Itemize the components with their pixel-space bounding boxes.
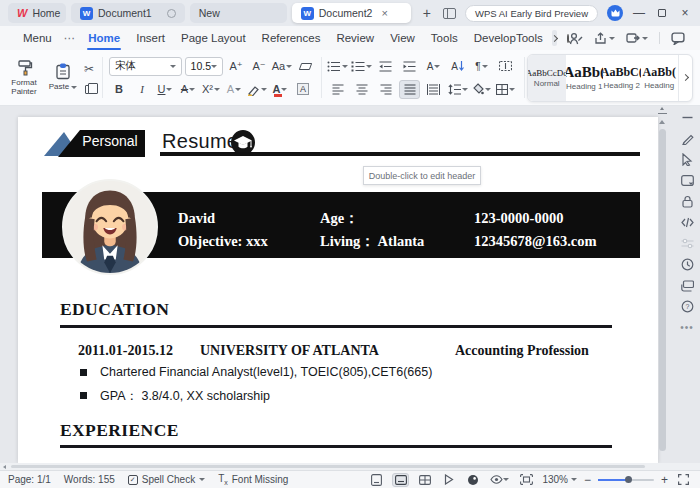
print-layout-button[interactable]: [392, 473, 409, 487]
italic-button[interactable]: I: [132, 80, 152, 99]
menu-review[interactable]: Review: [328, 26, 382, 50]
history-clock-icon[interactable]: [680, 258, 694, 271]
paste-button[interactable]: Paste: [45, 63, 81, 91]
shading-button[interactable]: [471, 80, 492, 99]
line-spacing-button[interactable]: [447, 80, 468, 99]
spell-check-button[interactable]: ✓ Spell Check: [128, 474, 205, 485]
style-normal[interactable]: AaBbCcDd Normal: [528, 55, 566, 101]
wps-ai-button[interactable]: WPS AI Early Bird Preview: [465, 5, 598, 22]
share-button[interactable]: [594, 32, 615, 45]
close-button[interactable]: ×: [678, 6, 692, 20]
zoom-out-button[interactable]: −: [584, 473, 591, 487]
font-missing-button[interactable]: Tx Font Missing: [218, 473, 288, 486]
show-marks-button[interactable]: ¶: [471, 57, 492, 76]
strikethrough-button[interactable]: A: [178, 80, 198, 99]
export-button[interactable]: [626, 32, 648, 44]
clear-format-button[interactable]: [295, 57, 315, 76]
menu-references[interactable]: References: [254, 26, 329, 50]
close-tab-icon[interactable]: ×: [381, 7, 387, 19]
screenshot-icon[interactable]: [680, 174, 694, 187]
align-left-button[interactable]: [327, 80, 348, 99]
align-right-button[interactable]: [375, 80, 396, 99]
style-heading2[interactable]: AaBbC( Heading 2: [603, 55, 641, 101]
shrink-font-button[interactable]: A⁻: [249, 57, 269, 76]
read-mode-button[interactable]: [440, 473, 457, 487]
zoom-slider-knob[interactable]: [625, 476, 632, 483]
distribute-button[interactable]: [423, 80, 444, 99]
layers-icon[interactable]: [680, 279, 694, 292]
menu-home[interactable]: Home: [80, 26, 128, 50]
menu-overflow-button[interactable]: [552, 30, 557, 46]
eye-comfort-button[interactable]: [488, 473, 511, 487]
grow-font-button[interactable]: A⁺: [226, 57, 246, 76]
underline-button[interactable]: U: [155, 80, 175, 99]
menu-insert[interactable]: Insert: [128, 26, 173, 50]
cut-button[interactable]: ✂: [84, 62, 94, 76]
change-case-button[interactable]: Aa: [272, 57, 292, 76]
decrease-indent-button[interactable]: [375, 57, 396, 76]
zoom-in-button[interactable]: +: [661, 473, 668, 487]
code-icon[interactable]: [680, 216, 694, 229]
tab-home[interactable]: W Home: [8, 3, 66, 23]
ribbon-more-icon[interactable]: ⋯: [696, 31, 700, 45]
format-painter-button[interactable]: Format Painter: [6, 59, 42, 96]
tab-document1[interactable]: W Document1: [71, 3, 185, 23]
comment-icon[interactable]: [671, 32, 685, 45]
sort-button[interactable]: A: [447, 57, 468, 76]
maximize-button[interactable]: [655, 6, 669, 20]
text-direction-button[interactable]: A: [423, 57, 444, 76]
document-page[interactable]: Personal Resume Double-click to edit hea…: [18, 117, 658, 463]
numbered-list-button[interactable]: [351, 57, 372, 76]
scroll-up-icon[interactable]: [659, 120, 665, 124]
sidebar-panel-icon[interactable]: [443, 8, 456, 19]
help-icon[interactable]: ?: [680, 300, 694, 313]
split-view-icon[interactable]: [658, 108, 667, 114]
member-badge-icon[interactable]: [607, 5, 623, 21]
more-tools-icon[interactable]: •••: [680, 321, 694, 334]
word-count[interactable]: Words: 155: [64, 474, 115, 485]
menu-tools[interactable]: Tools: [423, 26, 466, 50]
justify-button[interactable]: [399, 80, 420, 99]
menu-view[interactable]: View: [382, 26, 423, 50]
align-center-button[interactable]: [351, 80, 372, 99]
highlight-button[interactable]: [247, 80, 267, 99]
minimize-button[interactable]: —: [632, 6, 646, 20]
new-tab-button[interactable]: +: [416, 5, 438, 21]
horizontal-scroll-thumb[interactable]: [11, 465, 645, 468]
horizontal-scrollbar[interactable]: [0, 463, 700, 470]
vertical-scrollbar[interactable]: [656, 106, 668, 463]
menu-page-layout[interactable]: Page Layout: [173, 26, 254, 50]
bullet-list-button[interactable]: [327, 57, 348, 76]
lock-icon[interactable]: [680, 195, 694, 208]
outline-view-button[interactable]: [368, 473, 385, 487]
style-heading1[interactable]: AaBb( Heading 1: [566, 55, 604, 101]
fullscreen-button[interactable]: [675, 473, 692, 487]
vertical-scroll-thumb[interactable]: [659, 129, 666, 451]
eye-protection-button[interactable]: [464, 473, 481, 487]
text-effects-button[interactable]: A: [224, 80, 244, 99]
superscript-button[interactable]: X²: [201, 80, 221, 99]
menu-button[interactable]: Menu: [15, 26, 60, 50]
style-heading3[interactable]: AaBb( Heading: [641, 55, 679, 101]
pen-edit-icon[interactable]: [680, 132, 694, 145]
zoom-slider[interactable]: [598, 479, 654, 481]
increase-indent-button[interactable]: [399, 57, 420, 76]
columns-button[interactable]: [495, 57, 516, 76]
font-color-button[interactable]: A: [270, 80, 290, 99]
char-shading-button[interactable]: A: [293, 80, 313, 99]
borders-button[interactable]: [495, 80, 516, 99]
copy-button[interactable]: [85, 85, 93, 94]
tab-new[interactable]: New: [190, 3, 287, 23]
select-cursor-icon[interactable]: [680, 153, 694, 166]
tab-document2[interactable]: W Document2 ×: [292, 3, 411, 23]
fit-page-button[interactable]: [518, 473, 535, 487]
page-indicator[interactable]: Page: 1/1: [8, 474, 51, 485]
menu-more-icon[interactable]: ⋯: [60, 31, 81, 45]
zoom-level-button[interactable]: 130%: [542, 474, 577, 485]
styles-expand-button[interactable]: [678, 55, 692, 101]
bold-button[interactable]: B: [109, 80, 129, 99]
collapse-panel-icon[interactable]: [680, 111, 694, 124]
menu-developtools[interactable]: DevelopTools: [466, 26, 551, 50]
web-layout-button[interactable]: [416, 473, 433, 487]
scroll-left-icon[interactable]: [3, 465, 6, 469]
